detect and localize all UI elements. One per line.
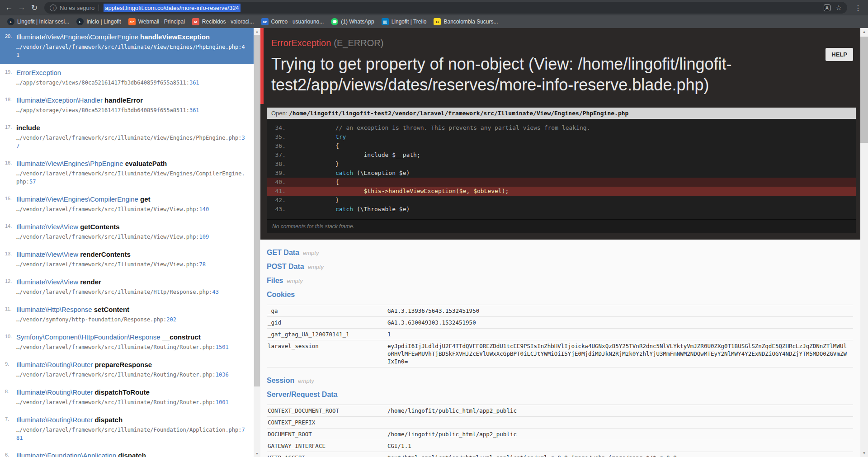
data-key: _gat_gtag_UA_120070141_1: [267, 329, 387, 340]
frame-path: …/app/storage/views/80ca52161417fb3db640…: [16, 80, 189, 86]
session-title: Session: [267, 377, 294, 384]
frame-method: getContents: [78, 223, 120, 231]
frame-path: …/vendor/laravel/framework/src/Illuminat…: [16, 344, 216, 350]
translate-icon[interactable]: A: [824, 5, 830, 11]
bookmark-item[interactable]: oz Correo - usuariouno...: [258, 17, 328, 27]
session-empty: empty: [298, 377, 314, 384]
stack-frame[interactable]: 18. Illuminate\Exception\Handler handleE…: [0, 91, 254, 119]
stack-frame[interactable]: 12. Illuminate\View\View render …/vendor…: [0, 273, 254, 301]
stack-frame[interactable]: 11. Illuminate\Http\Response setContent …: [0, 301, 254, 328]
stack-frame[interactable]: 6. Illuminate\Foundation\Application dis…: [0, 447, 254, 457]
sidebar-scrollbar[interactable]: ▲ ▼: [254, 28, 260, 457]
line-number: 43.: [267, 205, 293, 214]
data-key: _ga: [267, 305, 387, 317]
stack-frame[interactable]: 7. Illuminate\Routing\Router dispatch …/…: [0, 411, 254, 447]
stack-frame[interactable]: 14. Illuminate\View\View getContents …/v…: [0, 218, 254, 245]
frames-list: 20. Illuminate\View\Engines\CompilerEngi…: [0, 28, 254, 457]
files-title: Files: [267, 277, 283, 284]
frame-line: 43: [212, 289, 218, 295]
stack-frame[interactable]: 19. ErrorException …/app/storage/views/8…: [0, 64, 254, 91]
star-icon[interactable]: ☆: [836, 4, 842, 12]
frame-class: Illuminate\Foundation\Application: [16, 452, 116, 457]
bookmark-item[interactable]: M Recibidos - valoraci...: [189, 17, 258, 27]
stack-trace-pane: 20. Illuminate\View\Engines\CompilerEngi…: [0, 28, 260, 457]
code-line: 40. {: [267, 178, 856, 187]
exception-header: ErrorException(E_ERROR) Trying to get pr…: [260, 28, 860, 104]
code-open-bar: Open: /home/lingofit/lingofit-test2/vend…: [267, 108, 856, 119]
sidebar-scrollbar-thumb[interactable]: [254, 35, 260, 386]
stack-frame[interactable]: 17. include …/vendor/laravel/framework/s…: [0, 119, 254, 155]
forward-icon[interactable]: →: [15, 1, 28, 14]
stack-frame[interactable]: 15. Illuminate\View\Engines\CompilerEngi…: [0, 190, 254, 218]
frame-line: 202: [166, 316, 176, 323]
data-key: DOCUMENT_ROOT: [267, 429, 387, 440]
code-viewer: 34. // an exception is thrown. This prev…: [267, 119, 856, 219]
page: 20. Illuminate\View\Engines\CompilerEngi…: [0, 28, 868, 457]
page-scrollbar[interactable]: ▲ ▼: [860, 28, 868, 457]
frame-method: render: [78, 278, 101, 286]
data-table-row: HTTP_ACCEPT text/html,application/xhtml+…: [267, 452, 853, 457]
exception-class: ErrorException: [271, 38, 331, 48]
bookmark-label: Lingofit | Iniciar sesi...: [17, 19, 69, 25]
data-value: GA1.3.630049303.1532451950: [387, 317, 853, 329]
frame-title: Illuminate\View\View getContents: [16, 222, 247, 231]
data-value: text/html,application/xhtml+xml,applicat…: [387, 452, 853, 457]
request-details: GET Dataempty POST Dataempty Filesempty …: [260, 240, 860, 457]
get-data-empty: empty: [303, 250, 319, 256]
page-scroll-up-icon[interactable]: ▲: [860, 28, 868, 36]
omnibox[interactable]: i No es seguro apptest.lingofit.com.co/d…: [44, 2, 847, 14]
bookmark-item[interactable]: B Bancolombia Sucurs...: [430, 17, 501, 27]
stack-frame[interactable]: 8. Illuminate\Routing\Router dispatchToR…: [0, 383, 254, 411]
data-value: /home/lingofit/public_html/app2_public: [387, 429, 853, 440]
url-text[interactable]: apptest.lingofit.com.co/dates/more-info-…: [104, 4, 240, 12]
bookmark-label: Correo - usuariouno...: [271, 19, 324, 25]
frame-path: …/vendor/laravel/framework/src/Illuminat…: [16, 234, 199, 240]
data-key: CONTEXT_PREFIX: [267, 417, 387, 429]
frame-title: Illuminate\Foundation\Application dispat…: [16, 451, 247, 457]
frame-method: setContent: [92, 306, 130, 313]
help-button[interactable]: HELP: [826, 48, 853, 61]
bookmark-item[interactable]: ☎ (1) WhatsApp: [327, 17, 377, 27]
stack-frame[interactable]: 9. Illuminate\Routing\Router prepareResp…: [0, 356, 254, 383]
frame-class: Illuminate\Http\Response: [16, 306, 92, 313]
frame-index: 14.: [5, 223, 12, 229]
info-icon[interactable]: i: [50, 5, 57, 11]
code-token: {: [293, 179, 339, 185]
back-icon[interactable]: ←: [3, 1, 15, 14]
page-scroll-down-icon[interactable]: ▼: [860, 449, 868, 457]
bookmark-label: (1) WhatsApp: [341, 19, 374, 25]
frame-index: 18.: [5, 97, 12, 102]
page-scrollbar-thumb[interactable]: [860, 37, 868, 143]
code-line: 43. catch (\Throwable $e): [267, 205, 856, 214]
code-text: }: [293, 197, 339, 203]
frame-title: Illuminate\View\View render: [16, 278, 247, 287]
frame-class: Illuminate\Exception\Handler: [16, 96, 103, 104]
frame-path-row: …/app/storage/views/80ca52161417fb3db640…: [16, 106, 247, 114]
scroll-up-icon[interactable]: ▲: [254, 28, 260, 35]
frame-title: Illuminate\View\Engines\PhpEngine evalua…: [16, 159, 247, 168]
code-token: }: [293, 160, 339, 167]
bookmark-item[interactable]: cP Webmail - Principal: [125, 17, 189, 27]
bookmark-favicon: B: [434, 18, 441, 25]
stack-frame[interactable]: 16. Illuminate\View\Engines\PhpEngine ev…: [0, 155, 254, 190]
frame-title: Illuminate\View\View renderContents: [16, 250, 247, 259]
stack-frame[interactable]: 13. Illuminate\View\View renderContents …: [0, 245, 254, 273]
stack-frame[interactable]: 20. Illuminate\View\Engines\CompilerEngi…: [0, 28, 254, 64]
reload-icon[interactable]: ↻: [28, 1, 41, 14]
frame-title: ErrorException: [16, 68, 247, 77]
frame-class: Symfony\Component\HttpFoundation\Respons…: [16, 333, 160, 341]
frame-title: include: [16, 123, 247, 132]
bookmark-favicon: oz: [261, 18, 269, 25]
section-server-data: Server/Request Data: [267, 391, 853, 399]
bookmark-item[interactable]: ▯▯ Lingofit | Trello: [378, 17, 430, 27]
scroll-down-icon[interactable]: ▼: [254, 450, 260, 457]
stack-frame[interactable]: 10. Symfony\Component\HttpFoundation\Res…: [0, 328, 254, 356]
open-file-path[interactable]: /home/lingofit/lingofit-test2/vendor/lar…: [289, 110, 628, 117]
bookmark-item[interactable]: L Lingofit | Iniciar sesi...: [4, 17, 73, 27]
frame-path-row: …/vendor/laravel/framework/src/Illuminat…: [16, 260, 247, 269]
get-data-title: GET Data: [267, 249, 299, 256]
browser-menu-icon[interactable]: ⋮: [851, 4, 865, 12]
bookmark-label: Lingofit | Trello: [392, 19, 427, 25]
code-line: 37. include $__path;: [267, 151, 856, 160]
bookmark-item[interactable]: L Inicio | Lingofit: [73, 17, 125, 27]
